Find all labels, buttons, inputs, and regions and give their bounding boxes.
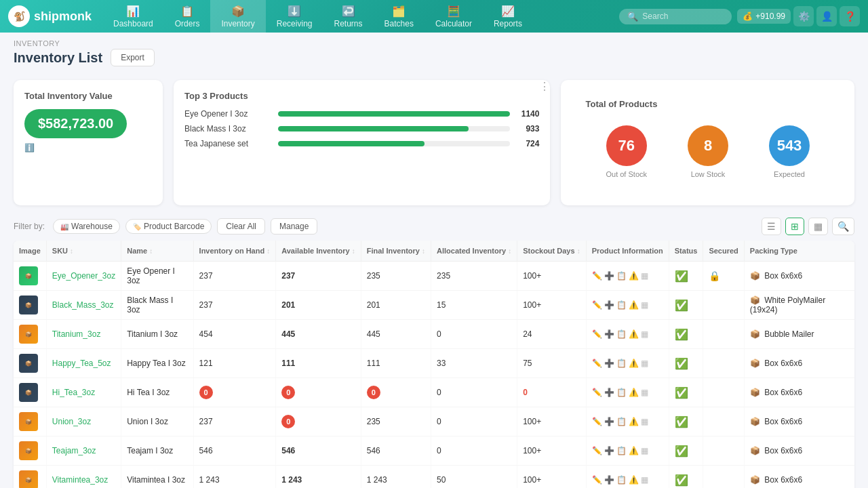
total-value-title: Total Inventory Value — [24, 91, 152, 101]
cell-name: Vitamintea I 3oz — [121, 466, 193, 489]
edit-icon[interactable]: ✏️ — [592, 300, 602, 310]
edit-icon[interactable]: ✏️ — [592, 271, 602, 281]
alert-icon[interactable]: ⚠️ — [629, 475, 639, 485]
col-allocated[interactable]: Allocated Inventory ↕ — [431, 241, 517, 262]
nav-dashboard[interactable]: 📊 Dashboard — [102, 0, 164, 33]
sku-link[interactable]: Hi_Tea_3oz — [52, 388, 95, 397]
grid-icon[interactable]: ▦ — [641, 271, 648, 281]
copy-icon[interactable]: 📋 — [616, 359, 627, 368]
add-icon[interactable]: ➕ — [604, 329, 614, 339]
add-icon[interactable]: ➕ — [604, 417, 614, 426]
cell-sku: Eye_Opener_3oz — [46, 262, 121, 291]
out-of-stock-item: 76 Out of Stock — [585, 117, 667, 186]
balance-button[interactable]: 💰 +910.99 — [737, 9, 791, 24]
cell-product-info: ✏️ ➕ 📋 ⚠️ ▦ — [586, 466, 669, 489]
sku-link[interactable]: Titanium_3oz — [52, 329, 101, 339]
nav-reports[interactable]: 📈 Reports — [483, 0, 533, 33]
cell-final: 1 243 — [361, 466, 431, 489]
copy-icon[interactable]: 📋 — [616, 446, 627, 455]
list-view-button[interactable]: ☰ — [762, 218, 781, 235]
edit-icon[interactable]: ✏️ — [592, 417, 602, 426]
barcode-filter[interactable]: 🏷️ Product Barcode — [125, 219, 212, 234]
add-icon[interactable]: ➕ — [604, 271, 614, 281]
sku-link[interactable]: Vitamintea_3oz — [52, 475, 108, 485]
copy-icon[interactable]: 📋 — [616, 329, 627, 339]
cell-name: Happy Tea I 3oz — [121, 349, 193, 378]
nav-batches[interactable]: 🗂️ Batches — [374, 0, 425, 33]
col-stockout[interactable]: Stockout Days ↕ — [517, 241, 586, 262]
edit-icon[interactable]: ✏️ — [592, 329, 602, 339]
logo[interactable]: 🐒 shipmonk — [8, 5, 92, 27]
search-filter-button[interactable]: 🔍 — [832, 218, 854, 235]
search-input[interactable] — [642, 12, 724, 21]
nav-returns[interactable]: ↩️ Returns — [323, 0, 373, 33]
copy-icon[interactable]: 📋 — [616, 300, 627, 310]
edit-icon[interactable]: ✏️ — [592, 359, 602, 368]
grid-icon[interactable]: ▦ — [641, 388, 648, 397]
alert-icon[interactable]: ⚠️ — [629, 417, 639, 426]
sku-link[interactable]: Black_Mass_3oz — [52, 300, 114, 310]
copy-icon[interactable]: 📋 — [616, 271, 627, 281]
add-icon[interactable]: ➕ — [604, 446, 614, 455]
copy-icon[interactable]: 📋 — [616, 388, 627, 397]
add-icon[interactable]: ➕ — [604, 300, 614, 310]
cell-status: ✅ — [669, 320, 703, 349]
settings-button[interactable]: ⚙️ — [793, 6, 814, 26]
grid-icon[interactable]: ▦ — [641, 300, 648, 310]
grid-icon[interactable]: ▦ — [641, 475, 648, 485]
alert-icon[interactable]: ⚠️ — [629, 388, 639, 397]
warehouse-filter[interactable]: 🏭 Warehouse — [53, 219, 120, 234]
calculator-icon: 🧮 — [447, 5, 460, 18]
packing-icon: 📦 — [750, 446, 760, 455]
nav-calculator[interactable]: 🧮 Calculator — [425, 0, 483, 33]
nav-orders[interactable]: 📋 Orders — [164, 0, 211, 33]
col-available[interactable]: Available Inventory ↕ — [276, 241, 361, 262]
receiving-icon: ⬇️ — [288, 5, 301, 18]
add-icon[interactable]: ➕ — [604, 388, 614, 397]
alert-icon[interactable]: ⚠️ — [629, 300, 639, 310]
grid-icon[interactable]: ▦ — [641, 446, 648, 455]
copy-icon[interactable]: 📋 — [616, 475, 627, 485]
col-final[interactable]: Final Inventory ↕ — [361, 241, 431, 262]
status-check-icon: ✅ — [675, 358, 688, 369]
nav-inventory[interactable]: 📦 Inventory — [210, 0, 265, 33]
sku-link[interactable]: Happy_Tea_5oz — [52, 359, 111, 368]
cell-allocated: 15 — [431, 291, 517, 320]
table-view-button[interactable]: ⊞ — [785, 218, 804, 235]
expected-label: Expected — [774, 170, 805, 178]
grid-icon[interactable]: ▦ — [641, 359, 648, 368]
edit-icon[interactable]: ✏️ — [592, 475, 602, 485]
search-bar[interactable]: 🔍 — [619, 9, 732, 24]
top3-menu-icon[interactable]: ⋮ — [539, 80, 550, 93]
add-icon[interactable]: ➕ — [604, 475, 614, 485]
grid-icon[interactable]: ▦ — [641, 417, 648, 426]
alert-icon[interactable]: ⚠️ — [629, 359, 639, 368]
col-on-hand[interactable]: Inventory on Hand ↕ — [193, 241, 276, 262]
manage-button[interactable]: Manage — [271, 218, 317, 235]
cell-secured — [703, 378, 744, 407]
alert-icon[interactable]: ⚠️ — [629, 271, 639, 281]
col-sku[interactable]: SKU ↕ — [46, 241, 121, 262]
table-row: 📦 Vitamintea_3oz Vitamintea I 3oz 1 243 … — [14, 466, 854, 489]
export-button[interactable]: Export — [111, 49, 155, 66]
cell-product-info: ✏️ ➕ 📋 ⚠️ ▦ — [586, 291, 669, 320]
edit-icon[interactable]: ✏️ — [592, 388, 602, 397]
edit-icon[interactable]: ✏️ — [592, 446, 602, 455]
help-button[interactable]: ❓ — [840, 6, 860, 26]
col-name[interactable]: Name ↕ — [121, 241, 193, 262]
table-header-row: Image SKU ↕ Name ↕ Inventory on Hand ↕ A… — [14, 241, 854, 262]
user-button[interactable]: 👤 — [816, 6, 837, 26]
sku-link[interactable]: Eye_Opener_3oz — [52, 271, 115, 281]
sku-link[interactable]: Teajam_3oz — [52, 446, 96, 455]
add-icon[interactable]: ➕ — [604, 359, 614, 368]
grid-icon[interactable]: ▦ — [641, 329, 648, 339]
copy-icon[interactable]: 📋 — [616, 417, 627, 426]
clear-all-button[interactable]: Clear All — [217, 218, 265, 235]
alert-icon[interactable]: ⚠️ — [629, 329, 639, 339]
product-info-actions: ✏️ ➕ 📋 ⚠️ ▦ — [592, 359, 663, 368]
alert-icon[interactable]: ⚠️ — [629, 446, 639, 455]
cell-status: ✅ — [669, 349, 703, 378]
nav-receiving[interactable]: ⬇️ Receiving — [266, 0, 323, 33]
chart-view-button[interactable]: ▦ — [808, 218, 828, 235]
sku-link[interactable]: Union_3oz — [52, 417, 91, 426]
